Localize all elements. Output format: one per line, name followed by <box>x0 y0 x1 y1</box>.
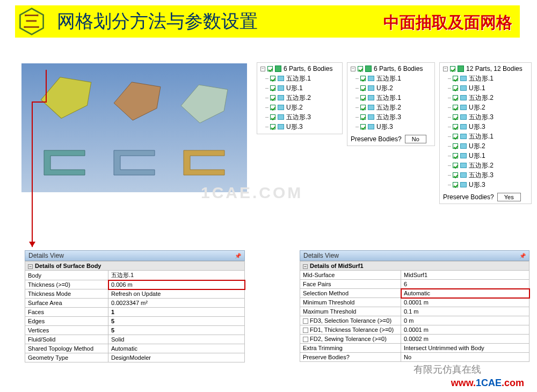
pin-icon[interactable]: 📌 <box>519 253 526 259</box>
body-icon <box>460 182 467 187</box>
property-row[interactable]: Shared Topology MethodAutomatic <box>25 344 245 353</box>
tree-item-label: 五边形.1 <box>376 93 401 103</box>
outline-tree-2[interactable]: −6 Parts, 6 Bodies 五边形.1U形.2五边形.1五边形.2五边… <box>347 62 435 146</box>
tree-item[interactable]: U形.3 <box>453 180 528 190</box>
property-row[interactable]: FD3, Selection Tolerance (>=0)0 m <box>300 316 529 325</box>
collapse-icon[interactable]: − <box>351 67 355 71</box>
property-row[interactable]: Mid-SurfaceMidSurf1 <box>300 271 529 280</box>
check-icon <box>270 124 275 129</box>
details-view-surface-body[interactable]: Details View📌 −Details of Surface Body B… <box>25 250 245 362</box>
tree-item[interactable]: U形.2 <box>453 103 528 112</box>
callout-arrow <box>27 70 54 251</box>
check-icon <box>360 105 366 110</box>
tree-item[interactable]: 五边形.1 <box>360 93 431 103</box>
tree-item[interactable]: 五边形.1 <box>453 132 528 141</box>
tree-item[interactable]: 五边形.1 <box>360 74 431 83</box>
body-icon <box>460 134 467 139</box>
body-icon <box>368 114 374 120</box>
details-header: Details View📌 <box>300 250 529 261</box>
tree-item[interactable]: U形.1 <box>453 151 528 161</box>
assembly-icon <box>275 66 281 72</box>
property-row[interactable]: Face Pairs6 <box>300 280 529 289</box>
property-row[interactable]: Vertices5 <box>25 326 245 335</box>
property-row[interactable]: Extra TrimmingIntersect Untrimmed with B… <box>300 344 529 353</box>
outline-tree-3[interactable]: −12 Parts, 12 Bodies 五边形.1U形.1五边形.2U形.2五… <box>439 62 532 204</box>
tree-item[interactable]: 五边形.3 <box>453 170 528 180</box>
body-icon <box>278 105 284 110</box>
property-row[interactable]: Body五边形.1 <box>25 271 245 280</box>
tree-item-label: U形.2 <box>469 103 485 112</box>
body-icon <box>460 172 467 178</box>
property-row[interactable]: Geometry TypeDesignModeler <box>25 353 245 362</box>
property-row[interactable]: FD2, Sewing Tolerance (>=0)0.0002 m <box>300 335 529 344</box>
watermark-cn: 有限元仿真在线 <box>413 363 481 376</box>
tree-item[interactable]: 五边形.3 <box>270 112 339 122</box>
tree-item[interactable]: 五边形.3 <box>360 112 431 122</box>
tree-item-label: 五边形.3 <box>469 112 494 122</box>
property-row[interactable]: Surface Area0.0023347 m² <box>25 299 245 308</box>
tree-item[interactable]: 五边形.2 <box>453 93 528 103</box>
tree-item[interactable]: U形.3 <box>360 122 431 132</box>
tree-item[interactable]: 五边形.2 <box>270 93 339 103</box>
tree-item[interactable]: 五边形.1 <box>453 74 528 83</box>
body-icon <box>368 105 374 110</box>
property-row[interactable]: Edges5 <box>25 317 245 326</box>
property-row[interactable]: Thickness (>=0)0.006 m <box>25 280 245 289</box>
collapse-icon[interactable]: − <box>260 67 265 71</box>
collapse-icon[interactable]: − <box>443 67 448 71</box>
tree-item-label: 五边形.2 <box>469 161 494 170</box>
tree-item[interactable]: U形.2 <box>453 141 528 151</box>
preserve-value[interactable]: No <box>405 135 426 143</box>
body-icon <box>278 124 284 129</box>
body-icon <box>278 95 284 100</box>
body-icon <box>460 85 467 91</box>
tree-item-label: 五边形.2 <box>469 93 494 103</box>
check-icon <box>453 134 458 139</box>
check-icon <box>360 85 366 91</box>
tree-item[interactable]: U形.1 <box>453 83 528 93</box>
tree-item[interactable]: U形.3 <box>453 122 528 132</box>
tree-item[interactable]: 五边形.1 <box>270 74 339 83</box>
property-row[interactable]: Thickness ModeRefresh on Update <box>25 289 245 299</box>
tree-item[interactable]: 五边形.2 <box>453 161 528 170</box>
details-view-midsurf[interactable]: Details View📌 −Details of MidSurf1 Mid-S… <box>300 250 529 362</box>
check-icon <box>360 114 366 120</box>
tree-item-label: 五边形.2 <box>376 103 401 112</box>
tree-item[interactable]: U形.1 <box>270 83 339 93</box>
tree-item[interactable]: 五边形.2 <box>360 103 431 112</box>
property-row[interactable]: Selection MethodAutomatic <box>300 289 529 298</box>
assembly-icon <box>458 66 464 72</box>
tree-item[interactable]: 五边形.3 <box>453 112 528 122</box>
tree-item-label: 五边形.1 <box>469 74 494 83</box>
pin-icon[interactable]: 📌 <box>235 253 241 259</box>
check-icon <box>270 85 275 91</box>
tree-item[interactable]: U形.2 <box>360 83 431 93</box>
tree-item[interactable]: U形.2 <box>270 103 339 112</box>
property-row[interactable]: Faces1 <box>25 308 245 317</box>
preserve-value[interactable]: Yes <box>497 193 521 201</box>
preserve-bodies-row: Preserve Bodies?Yes <box>443 193 528 201</box>
svg-marker-2 <box>114 82 161 120</box>
property-row[interactable]: Preserve Bodies?No <box>300 353 529 362</box>
property-row[interactable]: Maximum Threshold0.1 m <box>300 307 529 316</box>
check-icon <box>453 163 458 168</box>
tree-item-label: U形.1 <box>469 83 485 93</box>
check-icon <box>450 66 455 71</box>
body-icon <box>460 114 467 120</box>
tree-item-label: U形.1 <box>469 151 485 161</box>
outline-tree-1[interactable]: −6 Parts, 6 Bodies 五边形.1U形.1五边形.2U形.2五边形… <box>257 62 343 134</box>
tree-item[interactable]: U形.3 <box>270 122 339 132</box>
model-viewport[interactable] <box>21 63 247 192</box>
check-icon <box>270 114 275 120</box>
body-icon <box>460 143 467 149</box>
watermark: 1CAE.COM <box>201 184 303 202</box>
checkbox-icon[interactable] <box>303 318 308 324</box>
check-icon <box>358 66 363 71</box>
property-row[interactable]: Minimum Threshold0.0001 m <box>300 298 529 307</box>
checkbox-icon[interactable] <box>303 328 308 333</box>
body-icon <box>460 124 467 129</box>
checkbox-icon[interactable] <box>303 337 308 342</box>
property-row[interactable]: Fluid/SolidSolid <box>25 335 245 344</box>
property-row[interactable]: FD1, Thickness Tolerance (>=0)0.0001 m <box>300 325 529 335</box>
tree-root-label: 6 Parts, 6 Bodies <box>374 65 423 72</box>
